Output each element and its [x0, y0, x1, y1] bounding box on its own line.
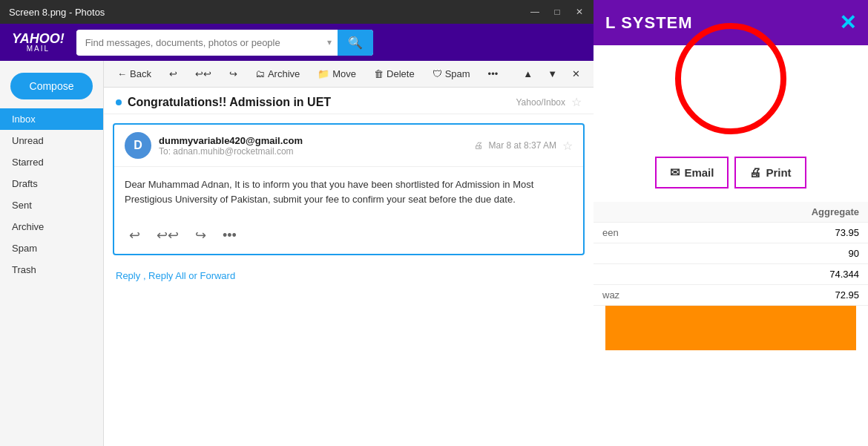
- email-message-header: D dummyvariable420@gmail.com To: adnan.m…: [114, 125, 583, 167]
- sidebar-item-trash[interactable]: Trash: [0, 259, 103, 281]
- forward-action-button[interactable]: ↪: [191, 224, 211, 246]
- email-btn-icon: ✉: [670, 165, 680, 180]
- move-label: Move: [332, 68, 356, 79]
- spam-icon: 🛡: [433, 68, 442, 79]
- yahoo-logo-text: YAHOO!: [12, 32, 65, 45]
- email-star-icon[interactable]: ☆: [562, 139, 573, 153]
- sender-info: dummyvariable420@gmail.com To: adnan.muh…: [159, 135, 467, 157]
- forward-link[interactable]: Forward: [200, 270, 235, 281]
- star-icon[interactable]: ☆: [571, 95, 582, 109]
- table-label-2: [594, 243, 689, 264]
- table-value-3: 74.344: [689, 264, 868, 285]
- yahoo-logo: YAHOO! MAIL: [12, 32, 65, 53]
- back-button[interactable]: ← Back: [113, 65, 156, 82]
- circle-area: [594, 45, 868, 112]
- print-icon[interactable]: 🖨: [474, 140, 483, 151]
- sidebar-item-starred[interactable]: Starred: [0, 151, 103, 173]
- search-dropdown-icon[interactable]: ▾: [321, 37, 338, 47]
- email-toolbar: ← Back ↩ ↩↩ ↪ 🗂 Archive: [104, 61, 594, 88]
- back-icon: ←: [117, 68, 127, 79]
- more-action-button[interactable]: •••: [218, 225, 241, 246]
- sender-email: dummyvariable420@gmail.com: [159, 135, 467, 146]
- reply-all-icon: ↩↩: [195, 68, 211, 79]
- table-value-1: 73.95: [689, 223, 868, 243]
- system-title: L SYSTEM: [605, 13, 693, 33]
- print-btn-icon: 🖨: [749, 166, 761, 180]
- reply-icon: ↩: [169, 68, 177, 79]
- more-button[interactable]: •••: [484, 65, 503, 82]
- table-row: een 73.95: [594, 223, 868, 243]
- table-value-4: 72.95: [689, 285, 868, 306]
- table-label-1: een: [594, 223, 689, 243]
- back-label: Back: [130, 68, 151, 79]
- delete-button[interactable]: 🗑 Delete: [369, 65, 419, 82]
- sidebar-item-drafts[interactable]: Drafts: [0, 173, 103, 194]
- forward-button[interactable]: ↪: [225, 65, 242, 82]
- prev-email-button[interactable]: ▲: [519, 65, 537, 82]
- yahoo-sidebar: Compose Inbox Unread Starred Drafts Sent…: [0, 61, 104, 446]
- reply-all-link[interactable]: Reply All: [148, 270, 186, 281]
- move-button[interactable]: 📁 Move: [313, 65, 361, 82]
- photo-window: Screen 8.png - Photos — □ ✕ YAHOO! MAIL …: [0, 0, 594, 446]
- reply-all-button[interactable]: ↩↩: [191, 65, 216, 82]
- minimize-button[interactable]: —: [530, 7, 540, 17]
- yahoo-mail: YAHOO! MAIL ▾ 🔍 Compose Inbox Unread Sta…: [0, 24, 594, 446]
- table-label-3: [594, 264, 689, 285]
- reply-back-button[interactable]: ↩: [165, 65, 182, 82]
- move-icon: 📁: [318, 68, 329, 79]
- email-content-area: D dummyvariable420@gmail.com To: adnan.m…: [104, 114, 594, 446]
- reply-all-action-button[interactable]: ↩↩: [152, 224, 183, 246]
- email-actions: ↩ ↩↩ ↪ •••: [114, 217, 583, 254]
- table-value-2: 90: [689, 243, 868, 264]
- table-row: 74.344: [594, 264, 868, 285]
- spam-label: Spam: [445, 68, 470, 79]
- archive-button[interactable]: 🗂 Archive: [251, 65, 304, 82]
- sender-avatar: D: [125, 132, 151, 159]
- or-text: or: [188, 270, 200, 281]
- sidebar-item-inbox[interactable]: Inbox: [0, 108, 103, 130]
- archive-label: Archive: [268, 68, 300, 79]
- system-panel: L SYSTEM ✕ ✉ Email 🖨 Print Aggregate een…: [594, 0, 868, 446]
- print-action-btn[interactable]: 🖨 Print: [734, 157, 806, 188]
- reply-action-button[interactable]: ↩: [125, 224, 145, 246]
- table-label-4: waz: [594, 285, 689, 306]
- window-titlebar: Screen 8.png - Photos — □ ✕: [0, 0, 594, 24]
- reply-link[interactable]: Reply: [116, 270, 140, 281]
- table-row: waz 72.95: [594, 285, 868, 306]
- sidebar-item-unread[interactable]: Unread: [0, 130, 103, 151]
- email-subject: Congratulations!! Admission in UET: [128, 96, 510, 109]
- toolbar-right: ▲ ▼ ✕: [519, 65, 585, 82]
- email-action-btn[interactable]: ✉ Email: [655, 157, 729, 188]
- email-source: Yahoo/Inbox: [516, 97, 566, 108]
- search-button[interactable]: 🔍: [338, 30, 373, 56]
- close-email-button[interactable]: ✕: [568, 65, 585, 82]
- action-buttons: ✉ Email 🖨 Print: [594, 112, 868, 196]
- yahoo-mail-sub: MAIL: [27, 45, 50, 53]
- sidebar-nav: Inbox Unread Starred Drafts Sent Archive…: [0, 108, 103, 281]
- system-close-button[interactable]: ✕: [839, 10, 856, 35]
- orange-bar: [605, 306, 856, 350]
- yahoo-header: YAHOO! MAIL ▾ 🔍: [0, 24, 594, 61]
- delete-label: Delete: [387, 68, 415, 79]
- unread-indicator: [116, 99, 122, 105]
- compose-button[interactable]: Compose: [10, 73, 93, 99]
- avatar-letter: D: [134, 139, 142, 152]
- sidebar-item-spam[interactable]: Spam: [0, 237, 103, 259]
- search-bar: ▾ 🔍: [76, 30, 373, 56]
- table-row: 90: [594, 243, 868, 264]
- trash-icon: 🗑: [374, 68, 384, 79]
- sidebar-item-sent[interactable]: Sent: [0, 194, 103, 216]
- close-button[interactable]: ✕: [574, 7, 585, 17]
- table-label-header: [594, 202, 689, 223]
- sidebar-item-archive[interactable]: Archive: [0, 216, 103, 237]
- email-meta: 🖨 Mar 8 at 8:37 AM ☆: [474, 139, 573, 153]
- maximize-button[interactable]: □: [552, 7, 562, 17]
- window-controls: — □ ✕: [530, 7, 585, 17]
- search-input[interactable]: [76, 31, 321, 54]
- spam-button[interactable]: 🛡 Spam: [428, 65, 475, 82]
- email-btn-label: Email: [684, 166, 714, 179]
- sender-to: To: adnan.muhib@rocketmail.com: [159, 146, 467, 157]
- email-body-text: Dear Muhammad Adnan, It is to inform you…: [125, 177, 573, 206]
- forward-icon: ↪: [229, 68, 237, 79]
- next-email-button[interactable]: ▼: [543, 65, 562, 82]
